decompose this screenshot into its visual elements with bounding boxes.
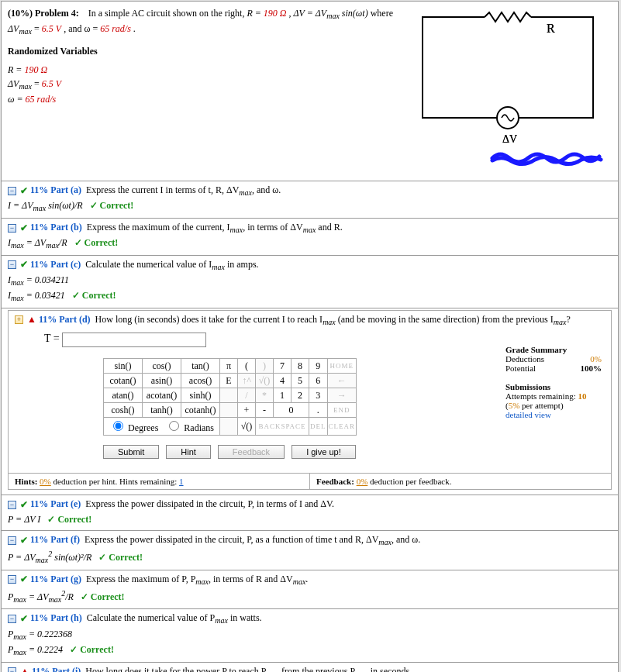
part-h-answer2: Pmax = 0.2224 ✓ Correct! — [8, 644, 612, 656]
key-7[interactable]: 7 — [274, 359, 292, 374]
check-icon: ✔ — [20, 574, 28, 585]
key-sin[interactable]: sin() — [104, 359, 143, 374]
key-rparen[interactable]: ) — [256, 359, 274, 374]
feedback-deduction: 0% — [357, 477, 368, 486]
key-div[interactable]: / — [238, 388, 256, 403]
key-end[interactable]: END — [327, 403, 357, 418]
part-a-question: Express the current I in terms of t, R, … — [86, 184, 281, 195]
check-icon: ✔ — [20, 499, 28, 511]
part-c-title: 11% Part (c) — [30, 259, 81, 270]
warning-icon: ▲ — [27, 314, 36, 326]
key-tanh[interactable]: tanh() — [143, 403, 181, 418]
part-h-title: 11% Part (h) — [30, 612, 82, 623]
submit-button[interactable]: Submit — [103, 445, 159, 459]
part-d: + ▲ 11% Part (d) How long (in seconds) d… — [8, 310, 612, 490]
key-asin[interactable]: asin() — [143, 374, 181, 388]
key-4[interactable]: 4 — [274, 374, 292, 388]
key-home[interactable]: HOME — [327, 359, 357, 374]
collapse-icon[interactable]: − — [8, 501, 16, 509]
key-left[interactable]: ← — [327, 374, 357, 388]
key-dot[interactable]: . — [309, 403, 328, 418]
part-h-question: Calculate the numerical value of Pmax in… — [87, 612, 262, 623]
part-g-title: 11% Part (g) — [30, 574, 81, 584]
key-1[interactable]: 1 — [274, 388, 292, 403]
part-e-title: 11% Part (e) — [30, 498, 81, 509]
deductions-value: 0% — [590, 354, 602, 364]
radians-radio[interactable] — [169, 421, 179, 431]
R-value: 190 Ω — [264, 8, 287, 19]
key-cosh[interactable]: cosh() — [104, 403, 143, 418]
part-f-question: Express the power dissipated in the circ… — [85, 534, 420, 545]
part-b: − ✔ 11% Part (b) Express the maximum of … — [2, 219, 618, 255]
feedback-button[interactable]: Feedback — [218, 445, 285, 459]
part-i: − ▲ 11% Part (i) How long does it take f… — [2, 663, 618, 672]
key-del[interactable]: DEL — [309, 418, 328, 436]
collapse-icon[interactable]: − — [8, 615, 16, 623]
dV-eq: ΔV = ΔV — [294, 8, 327, 19]
key-acotan[interactable]: acotan() — [143, 388, 181, 403]
answer-input[interactable] — [62, 333, 206, 347]
part-b-question: Express the maximum of the current, Imax… — [87, 222, 343, 233]
key-minus[interactable]: - — [256, 403, 274, 418]
hint-button[interactable]: Hint — [166, 445, 211, 459]
key-2[interactable]: 2 — [292, 388, 309, 403]
key-cotanh[interactable]: cotanh() — [181, 403, 220, 418]
key-atan[interactable]: atan() — [104, 388, 143, 403]
key-0[interactable]: 0 — [274, 403, 309, 418]
part-c: − ✔ 11% Part (c) Calculate the numerical… — [2, 256, 618, 308]
collapse-icon[interactable]: − — [8, 575, 16, 584]
degrees-radio[interactable] — [113, 421, 123, 431]
key-lparen[interactable]: ( — [238, 359, 256, 374]
part-g-answer: Pmax = ΔVmax2/R ✓ Correct! — [8, 589, 612, 604]
part-e-answer: P = ΔV I ✓ Correct! — [8, 514, 612, 526]
key-E[interactable]: E — [220, 374, 238, 388]
check-icon: ✔ — [20, 259, 28, 271]
part-c-question: Calculate the numerical value of Imax in… — [85, 259, 258, 270]
key-right[interactable]: → — [327, 388, 357, 403]
correct-label: ✓ Correct! — [90, 200, 134, 211]
part-a: − ✔ 11% Part (a) Express the current I i… — [2, 181, 618, 218]
key-cotan[interactable]: cotan() — [104, 374, 143, 388]
collapse-icon[interactable]: − — [8, 260, 16, 269]
part-f-answer: P = ΔVmax2 sin(ωt)²/R ✓ Correct! — [8, 550, 612, 564]
key-9[interactable]: 9 — [309, 359, 328, 374]
key-3[interactable]: 3 — [309, 388, 328, 403]
expand-icon[interactable]: + — [15, 315, 23, 324]
omega-value: 65 rad/s — [100, 23, 131, 34]
key-pi[interactable]: π — [220, 359, 238, 374]
part-b-answer: Imax = ΔVmax/R ✓ Correct! — [8, 237, 612, 250]
check-icon: ✔ — [20, 535, 28, 546]
keypad: sin() cos() tan() π ( ) 7 8 9 HOME cotan… — [103, 358, 357, 436]
key-plus[interactable]: + — [238, 403, 256, 418]
collapse-icon[interactable]: − — [8, 187, 16, 195]
grade-summary: Grade Summary Deductions 0% Potential 10… — [505, 345, 602, 419]
part-i-title: 11% Part (i) — [32, 666, 81, 672]
circuit-diagram: R ΔV R ΔV — [407, 9, 609, 176]
collapse-icon[interactable]: − — [8, 667, 16, 672]
hints-feedback-row: Hints: 0% deduction per hint. Hints rema… — [9, 473, 611, 489]
giveup-button[interactable]: I give up! — [292, 445, 356, 459]
hints-remaining: 1 — [179, 477, 184, 486]
key-6[interactable]: 6 — [309, 374, 328, 388]
attempts-remaining: 10 — [578, 391, 586, 401]
key-sinh[interactable]: sinh() — [181, 388, 220, 403]
part-e-question: Express the power dissipated in the circ… — [85, 498, 334, 509]
key-5[interactable]: 5 — [292, 374, 309, 388]
part-a-title: 11% Part (a) — [30, 184, 81, 195]
key-clear[interactable]: CLEAR — [327, 418, 357, 436]
key-mul[interactable]: * — [256, 388, 274, 403]
key-sqrt[interactable]: √() — [256, 374, 274, 388]
key-backspace[interactable]: BACKSPACE — [256, 418, 309, 436]
collapse-icon[interactable]: − — [8, 224, 16, 233]
key-tan[interactable]: tan() — [181, 359, 220, 374]
angle-mode[interactable]: Degrees Radians — [104, 418, 220, 436]
key-8[interactable]: 8 — [292, 359, 309, 374]
detailed-view-link[interactable]: detailed view — [505, 410, 551, 419]
key-sqrt2[interactable]: √() — [238, 418, 256, 436]
key-cos[interactable]: cos() — [143, 359, 181, 374]
problem-weight: (10%) — [8, 8, 33, 19]
key-acos[interactable]: acos() — [181, 374, 220, 388]
key-up[interactable]: ↑^ — [238, 374, 256, 388]
collapse-icon[interactable]: − — [8, 536, 16, 545]
part-c-answer1: Imax = 0.034211 — [8, 274, 612, 287]
